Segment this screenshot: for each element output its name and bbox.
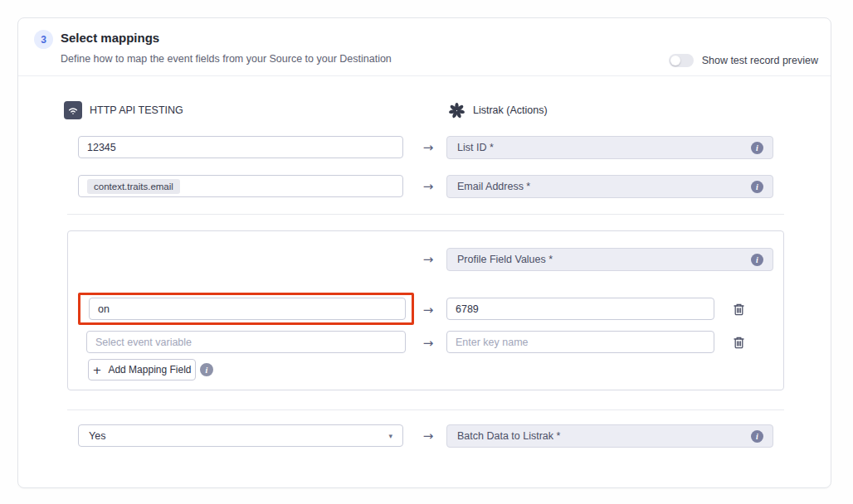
header-divider	[18, 75, 831, 76]
info-icon[interactable]: i	[751, 254, 763, 266]
arrow-right-icon: →	[417, 303, 440, 317]
destination-name: Listrak (Actions)	[473, 104, 548, 116]
destination-column-header: Listrak (Actions)	[447, 101, 548, 119]
arrow-right-icon: →	[417, 252, 440, 267]
step-number-badge: 3	[34, 30, 53, 49]
page: 3 Select mappings Define how to map the …	[0, 0, 853, 504]
arrow-right-icon: →	[417, 179, 440, 194]
destination-field-label: Batch Data to Listrak *	[457, 430, 560, 442]
arrow-right-icon: →	[417, 140, 440, 155]
event-variable-chip[interactable]: context.traits.email	[87, 179, 180, 194]
page-subtitle: Define how to map the event fields from …	[61, 53, 392, 65]
batch-source-select[interactable]: Yes ▾	[78, 424, 403, 447]
arrow-right-icon: →	[417, 336, 440, 351]
trash-icon	[733, 336, 745, 349]
highlight-annotation-box	[78, 293, 414, 325]
destination-field-label: List ID *	[457, 142, 494, 153]
info-icon[interactable]: i	[751, 181, 763, 193]
email-source-input[interactable]: context.traits.email	[78, 175, 403, 197]
section-divider	[67, 410, 784, 410]
profile-row2-key-input[interactable]	[446, 331, 714, 353]
source-name: HTTP API TESTING	[90, 104, 183, 116]
batch-selected-value: Yes	[89, 430, 105, 442]
section-divider	[67, 214, 784, 215]
wifi-icon	[64, 101, 82, 119]
show-test-record-toggle[interactable]	[669, 54, 694, 67]
profile-row2-source-input[interactable]	[86, 331, 406, 353]
source-column-header: HTTP API TESTING	[64, 101, 183, 119]
list-id-source-input[interactable]	[78, 136, 403, 158]
test-record-preview-control: Show test record preview	[669, 54, 818, 67]
delete-row-button[interactable]	[730, 334, 747, 351]
toggle-label: Show test record preview	[702, 55, 818, 66]
profile-row1-key-input[interactable]	[446, 298, 714, 320]
list-id-destination-field: List ID * i	[446, 136, 773, 159]
add-mapping-field-button[interactable]: + Add Mapping Field	[88, 359, 196, 380]
info-icon[interactable]: i	[751, 430, 763, 443]
plus-icon: +	[93, 364, 102, 376]
info-icon[interactable]: i	[200, 363, 213, 376]
chevron-down-icon: ▾	[388, 432, 392, 440]
profile-field-values-destination-field: Profile Field Values * i	[446, 248, 773, 271]
profile-field-values-group: → Profile Field Values * i →	[67, 230, 784, 390]
destination-field-label: Email Address *	[457, 181, 530, 192]
trash-icon	[733, 303, 745, 316]
listrak-asterisk-icon	[447, 101, 465, 119]
batch-destination-field: Batch Data to Listrak * i	[446, 424, 773, 448]
select-mappings-card: 3 Select mappings Define how to map the …	[17, 17, 831, 488]
info-icon[interactable]: i	[751, 142, 763, 154]
destination-field-label: Profile Field Values *	[457, 254, 553, 265]
profile-row1-source-input[interactable]	[89, 298, 406, 320]
toggle-knob-icon	[670, 56, 680, 65]
add-mapping-field-label: Add Mapping Field	[108, 364, 191, 376]
page-title: Select mappings	[61, 31, 159, 45]
delete-row-button[interactable]	[730, 301, 747, 317]
arrow-right-icon: →	[417, 429, 440, 443]
email-destination-field: Email Address * i	[446, 175, 773, 198]
